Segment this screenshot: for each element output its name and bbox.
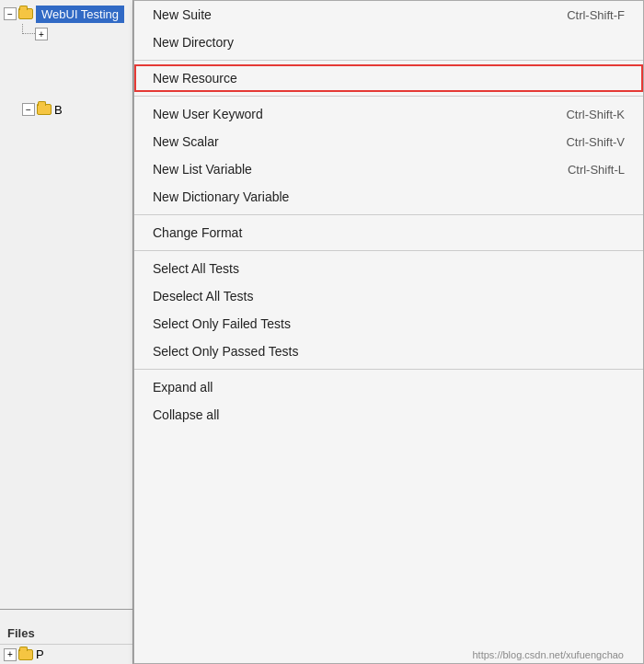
menu-item-label: New Suite	[153, 7, 212, 22]
menu-item-select-only-passed[interactable]: Select Only Passed Tests	[134, 338, 643, 365]
expand-button[interactable]: +	[35, 28, 48, 40]
menu-item-shortcut: Ctrl-Shift-L	[568, 163, 625, 177]
menu-item-select-all-tests[interactable]: Select All Tests	[134, 255, 643, 282]
p-node-label[interactable]: P	[36, 647, 44, 661]
tree-row: − B	[0, 99, 132, 120]
menu-item-label: New Directory	[153, 35, 234, 50]
menu-item-label: New List Variable	[153, 162, 252, 177]
menu-item-shortcut: Ctrl-Shift-K	[566, 108, 625, 121]
menu-item-label: Expand all	[153, 380, 213, 395]
tree-panel: − WebUI Testing + − B Files + P	[0, 0, 133, 664]
watermark: https://blog.csdn.net/xufuengchao	[472, 649, 624, 660]
menu-item-new-suite[interactable]: New Suite Ctrl-Shift-F	[134, 1, 643, 29]
menu-item-label: Change Format	[153, 225, 242, 240]
menu-item-label: New Dictionary Variable	[153, 189, 289, 204]
tree-row: − WebUI Testing	[0, 4, 132, 24]
expand-button-2[interactable]: −	[22, 103, 35, 116]
menu-separator-2	[134, 96, 643, 97]
menu-item-new-user-keyword[interactable]: New User Keyword Ctrl-Shift-K	[134, 100, 643, 128]
bottom-tree-node: + P	[0, 645, 132, 664]
menu-item-shortcut: Ctrl-Shift-V	[566, 135, 625, 149]
menu-item-change-format[interactable]: Change Format	[134, 219, 643, 246]
menu-item-label: New User Keyword	[153, 107, 263, 121]
menu-item-shortcut: Ctrl-Shift-F	[567, 8, 625, 22]
tree-node-selected[interactable]: WebUI Testing	[36, 6, 124, 23]
menu-item-collapse-all[interactable]: Collapse all	[134, 401, 643, 429]
menu-separator-5	[134, 369, 643, 370]
menu-item-label: Deselect All Tests	[153, 289, 253, 303]
menu-separator-3	[134, 214, 643, 215]
menu-item-label: Select All Tests	[153, 261, 239, 276]
folder-icon	[18, 8, 33, 19]
menu-item-label: Select Only Passed Tests	[153, 344, 298, 359]
tree-row: +	[0, 24, 132, 44]
menu-item-label: Collapse all	[153, 407, 219, 422]
folder-icon-2	[37, 104, 52, 115]
menu-item-new-dictionary-variable[interactable]: New Dictionary Variable	[134, 183, 643, 211]
menu-item-new-resource[interactable]: New Resource	[134, 64, 643, 92]
menu-item-select-only-failed[interactable]: Select Only Failed Tests	[134, 310, 643, 338]
menu-separator-1	[134, 60, 643, 61]
tree-node-label[interactable]: B	[54, 103, 63, 117]
files-label: Files	[0, 623, 132, 645]
menu-item-expand-all[interactable]: Expand all	[134, 373, 643, 401]
menu-item-new-scalar[interactable]: New Scalar Ctrl-Shift-V	[134, 128, 643, 155]
menu-separator-4	[134, 250, 643, 251]
menu-item-new-directory[interactable]: New Directory	[134, 29, 643, 56]
files-panel: Files + P	[0, 609, 133, 664]
collapse-button[interactable]: −	[4, 7, 17, 20]
menu-item-label: New Resource	[153, 71, 237, 86]
menu-item-label: New Scalar	[153, 134, 219, 149]
menu-item-new-list-variable[interactable]: New List Variable Ctrl-Shift-L	[134, 155, 643, 183]
menu-item-label: Select Only Failed Tests	[153, 316, 291, 331]
expand-button-p[interactable]: +	[4, 648, 17, 661]
folder-icon-p	[18, 649, 33, 660]
menu-item-deselect-all-tests[interactable]: Deselect All Tests	[134, 282, 643, 310]
tree-area: − WebUI Testing + − B	[0, 0, 132, 123]
context-menu: New Suite Ctrl-Shift-F New Directory New…	[133, 0, 644, 664]
